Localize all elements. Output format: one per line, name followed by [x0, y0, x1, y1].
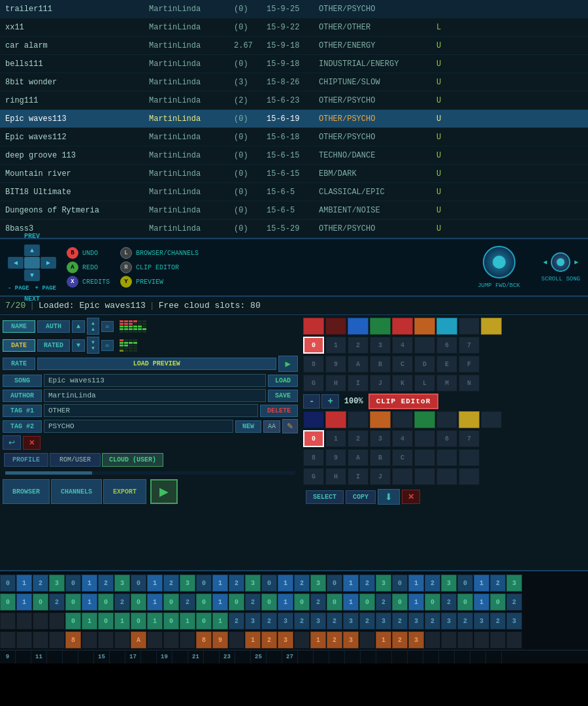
pad-yellow-1[interactable]: [481, 318, 502, 335]
seq-cell[interactable]: [49, 613, 65, 630]
channels-tab[interactable]: CHANNELS: [51, 479, 102, 504]
seq-cell[interactable]: 1: [16, 594, 32, 611]
seq-cell[interactable]: 1: [82, 575, 97, 592]
seq-cell[interactable]: 3: [343, 631, 359, 648]
seq-cell[interactable]: 3: [376, 613, 391, 630]
pad-i[interactable]: I: [348, 375, 368, 392]
seq-cell[interactable]: 0: [65, 613, 81, 630]
seq-cell[interactable]: 2: [490, 575, 506, 592]
pad-j-2[interactable]: J: [370, 468, 391, 485]
pad-or-2[interactable]: [370, 411, 391, 428]
song-input[interactable]: [44, 374, 266, 387]
clip-editor-btn[interactable]: CLIP EDItoR: [368, 394, 439, 409]
pad-1-2[interactable]: 1: [325, 430, 346, 447]
seq-cell[interactable]: 2: [261, 631, 277, 648]
seq-cell[interactable]: 2: [457, 613, 473, 630]
seq-cell[interactable]: 2: [359, 575, 375, 592]
pad-1[interactable]: 1: [325, 337, 346, 354]
seq-cell[interactable]: [425, 631, 440, 648]
rom-user-btn[interactable]: ROM/USER: [50, 453, 101, 467]
pad-e-2[interactable]: [436, 449, 457, 466]
sort-up-btn[interactable]: ▲: [72, 320, 85, 333]
seq-cell[interactable]: 2: [327, 613, 342, 630]
seq-cell[interactable]: 0: [425, 594, 440, 611]
btn-a[interactable]: A: [67, 261, 78, 273]
sort-bottom-btn[interactable]: ═: [101, 340, 114, 351]
seq-cell[interactable]: [180, 631, 195, 648]
seq-cell[interactable]: 1: [408, 575, 424, 592]
pad-3-2[interactable]: 3: [370, 430, 391, 447]
pad-i-2[interactable]: I: [348, 468, 368, 485]
seq-cell[interactable]: A: [131, 631, 146, 648]
date-filter-btn[interactable]: DATE: [3, 339, 35, 352]
pad-g[interactable]: G: [303, 375, 324, 392]
sort-down-btn[interactable]: ▼: [72, 339, 85, 352]
seq-cell[interactable]: 0: [261, 575, 277, 592]
seq-cell[interactable]: 2: [180, 594, 195, 611]
sort-up2-btn[interactable]: ▲▲: [87, 318, 99, 335]
pad-g-2[interactable]: G: [303, 468, 324, 485]
save-btn[interactable]: SAVE: [268, 390, 298, 402]
track-row[interactable]: deep groove 113 MartinLinda (0) 15-6-15 …: [0, 146, 588, 165]
track-row[interactable]: Epic waves112 MartinLinda (0) 15-6-18 OT…: [0, 128, 588, 146]
pad-8-2[interactable]: 8: [303, 449, 324, 466]
pad-f[interactable]: F: [459, 356, 480, 373]
pad-d[interactable]: D: [414, 356, 435, 373]
pad-yw-2[interactable]: [459, 411, 480, 428]
play-btn[interactable]: ▶: [150, 479, 178, 504]
rated-filter-btn[interactable]: RATED: [37, 339, 70, 352]
track-row[interactable]: xx11 MartinLinda (0) 15-9-22 OTHER/OTHER…: [0, 18, 588, 37]
pad-2[interactable]: 2: [348, 337, 368, 354]
seq-cell[interactable]: 3: [114, 575, 130, 592]
seq-cell[interactable]: 1: [278, 575, 293, 592]
auth-filter-btn[interactable]: AUTH: [37, 320, 70, 333]
seq-cell[interactable]: 0: [196, 613, 212, 630]
seq-cell[interactable]: 2: [359, 613, 375, 630]
track-row[interactable]: Mountain river MartinLinda (0) 15-6-15 E…: [0, 165, 588, 183]
seq-cell[interactable]: 3: [245, 575, 261, 592]
pad-8[interactable]: 8: [303, 356, 324, 373]
seq-cell[interactable]: 0: [163, 594, 179, 611]
pad-c[interactable]: C: [392, 356, 413, 373]
seq-cell[interactable]: [457, 631, 473, 648]
dpad-center[interactable]: [24, 257, 40, 269]
track-row[interactable]: ring111 MartinLinda (2) 15-6-23 OTHER/PS…: [0, 92, 588, 110]
pad-f-2[interactable]: [459, 449, 480, 466]
seq-cell[interactable]: 1: [310, 631, 326, 648]
seq-cell[interactable]: [147, 631, 163, 648]
sort-top-btn[interactable]: ═: [101, 321, 114, 332]
seq-cell[interactable]: 0: [490, 594, 506, 611]
seq-cell[interactable]: [82, 631, 97, 648]
seq-cell[interactable]: 1: [408, 594, 424, 611]
pad-b[interactable]: B: [370, 356, 391, 373]
seq-cell[interactable]: 0: [457, 575, 473, 592]
seq-cell[interactable]: 2: [33, 575, 48, 592]
seq-cell[interactable]: 0: [98, 594, 114, 611]
dpad[interactable]: ▲ ◀ ▶ ▼: [8, 244, 56, 281]
cloud-btn[interactable]: CLOUD (USER): [102, 453, 163, 467]
pad-0-2[interactable]: 0: [303, 430, 324, 447]
seq-cell[interactable]: 1: [82, 594, 97, 611]
seq-cell[interactable]: 1: [343, 594, 359, 611]
load-preview-btn[interactable]: LOAD PREVIEW: [37, 358, 276, 370]
track-row[interactable]: Dungeons of Rytmeria MartinLinda (0) 15-…: [0, 201, 588, 220]
seq-cell[interactable]: 2: [294, 575, 310, 592]
browser-tab[interactable]: BROWSER: [3, 479, 50, 504]
nav-prev-btn[interactable]: ↩: [3, 435, 21, 450]
pad-2-2[interactable]: 2: [348, 430, 368, 447]
seq-cell[interactable]: 3: [408, 631, 424, 648]
seq-cell[interactable]: [16, 631, 32, 648]
seq-cell[interactable]: 3: [441, 613, 457, 630]
seq-cell[interactable]: 1: [212, 594, 228, 611]
seq-cell[interactable]: 1: [212, 575, 228, 592]
seq-cell[interactable]: 2: [98, 575, 114, 592]
seq-cell[interactable]: 2: [376, 594, 391, 611]
pad-d-2[interactable]: [414, 449, 435, 466]
seq-cell[interactable]: 3: [310, 613, 326, 630]
seq-cell[interactable]: 2: [261, 613, 277, 630]
seq-cell[interactable]: 1: [147, 613, 163, 630]
seq-cell[interactable]: 0: [392, 575, 408, 592]
seq-cell[interactable]: 1: [474, 594, 489, 611]
btn-b[interactable]: B: [67, 247, 78, 259]
pad-0-selected[interactable]: 0: [303, 337, 324, 354]
